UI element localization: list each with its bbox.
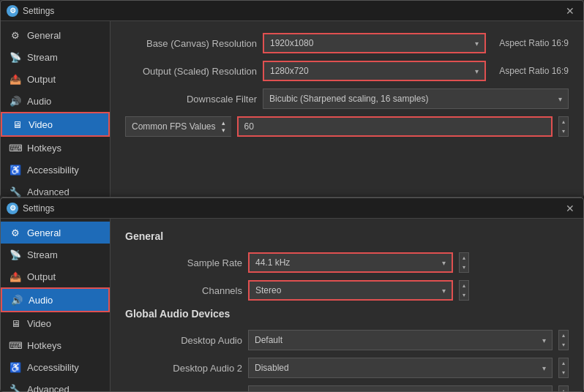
sample-rate-select[interactable]: 44.1 kHz ▾ — [248, 252, 453, 273]
base-resolution-label: Base (Canvas) Resolution — [125, 38, 257, 49]
desktop-audio2-row: Desktop Audio 2 Disabled ▾ ▴ ▾ — [125, 358, 569, 378]
fps-label: Common FPS Values — [132, 121, 216, 132]
gear-icon: ⚙ — [10, 29, 21, 41]
sample-rate-row: Sample Rate 44.1 kHz ▾ ▴ ▾ — [125, 252, 569, 273]
downscale-wrap: Bicubic (Sharpened scaling, 16 samples) … — [263, 88, 569, 109]
sidebar-label-general-2: General — [27, 227, 61, 238]
hotkeys-icon-1: ⌨ — [10, 142, 21, 154]
downscale-arrow: ▾ — [558, 95, 562, 103]
sidebar-item-output-1[interactable]: 📤 Output — [1, 68, 110, 90]
sidebar-item-hotkeys-2[interactable]: ⌨ Hotkeys — [1, 334, 110, 356]
output-resolution-arrow: ▾ — [475, 67, 479, 75]
fps-label-box[interactable]: Common FPS Values ▴▾ — [125, 116, 231, 137]
audio-icon-2: 🔊 — [11, 294, 23, 306]
downscale-select[interactable]: Bicubic (Sharpened scaling, 16 samples) … — [263, 88, 569, 109]
fps-row: Common FPS Values ▴▾ 60 ▴ ▾ — [125, 116, 569, 137]
gear-icon-2: ⚙ — [10, 227, 21, 238]
app-icon-1: ⚙ — [7, 5, 18, 17]
mic-spinners: ▴ ▾ — [558, 385, 569, 391]
fps-spinner-up: ▴▾ — [222, 119, 225, 134]
desktop-audio2-up[interactable]: ▴ — [559, 358, 568, 368]
base-resolution-wrap: 1920x1080 ▾ Aspect Ratio 16:9 — [263, 33, 569, 53]
title-bar-1: ⚙ Settings ✕ — [1, 1, 583, 21]
fps-spinners: ▴ ▾ — [558, 116, 569, 137]
title-bar-2: ⚙ Settings ✕ — [1, 198, 583, 219]
sidebar-item-general-1[interactable]: ⚙ General — [1, 24, 110, 46]
output-icon-1: 📤 — [10, 73, 21, 85]
sidebar-item-advanced-2[interactable]: 🔧 Advanced — [1, 378, 110, 392]
sidebar-item-video-2[interactable]: 🖥 Video — [1, 312, 110, 334]
channels-down[interactable]: ▾ — [460, 290, 468, 300]
fps-value-box[interactable]: 60 — [237, 116, 553, 137]
base-resolution-arrow: ▾ — [475, 39, 479, 48]
sample-rate-label: Sample Rate — [125, 257, 242, 268]
desktop-audio2-arrow: ▾ — [542, 364, 546, 372]
output-resolution-row: Output (Scaled) Resolution 1280x720 ▾ As… — [125, 61, 569, 81]
sidebar-label-accessibility-2: Accessibility — [27, 362, 79, 373]
sidebar-label-stream-2: Stream — [27, 249, 58, 260]
sample-rate-down[interactable]: ▾ — [460, 263, 468, 272]
desktop-audio2-down[interactable]: ▾ — [559, 368, 568, 377]
sidebar-item-stream-2[interactable]: 📡 Stream — [1, 244, 110, 265]
desktop-audio-row: Desktop Audio Default ▾ ▴ ▾ — [125, 330, 569, 350]
hotkeys-icon-2: ⌨ — [10, 339, 21, 351]
fps-down-button[interactable]: ▾ — [559, 127, 568, 136]
base-resolution-select[interactable]: 1920x1080 ▾ — [263, 33, 486, 53]
desktop-audio-up[interactable]: ▴ — [559, 331, 568, 340]
desktop-audio2-spinners: ▴ ▾ — [558, 358, 569, 378]
channels-spinners: ▴ ▾ — [459, 280, 469, 301]
sidebar-item-accessibility-2[interactable]: ♿ Accessibility — [1, 356, 110, 378]
sidebar-label-stream-1: Stream — [27, 52, 58, 63]
stream-icon-2: 📡 — [10, 249, 21, 260]
downscale-row: Downscale Filter Bicubic (Sharpened scal… — [125, 88, 569, 109]
sidebar-2: ⚙ General 📡 Stream 📤 Output 🔊 Audio 🖥 Vi… — [1, 219, 111, 391]
desktop-audio-down[interactable]: ▾ — [559, 340, 568, 350]
sidebar-label-audio-1: Audio — [27, 96, 51, 107]
mic-label: Mic/Auxiliary Audio — [125, 391, 242, 392]
close-button-1[interactable]: ✕ — [563, 5, 577, 17]
audio-main-content: General Sample Rate 44.1 kHz ▾ ▴ ▾ Chann… — [111, 219, 583, 391]
base-resolution-row: Base (Canvas) Resolution 1920x1080 ▾ Asp… — [125, 33, 569, 53]
section-global-title: Global Audio Devices — [125, 308, 569, 320]
mic-value: Default — [255, 391, 282, 391]
accessibility-icon-1: ♿ — [10, 164, 21, 176]
output-resolution-label: Output (Scaled) Resolution — [125, 66, 257, 77]
mic-row: Mic/Auxiliary Audio Default ▾ ▴ ▾ — [125, 385, 569, 391]
accessibility-icon-2: ♿ — [10, 361, 21, 373]
output-resolution-value: 1280x720 — [270, 66, 309, 76]
desktop-audio2-value: Disabled — [255, 363, 289, 373]
sidebar-item-hotkeys-1[interactable]: ⌨ Hotkeys — [1, 137, 110, 159]
sidebar-label-advanced-1: Advanced — [27, 186, 70, 197]
sidebar-item-output-2[interactable]: 📤 Output — [1, 265, 110, 287]
sidebar-label-general-1: General — [27, 30, 61, 41]
desktop-audio-arrow: ▾ — [542, 336, 546, 344]
sample-rate-up[interactable]: ▴ — [460, 253, 468, 263]
channels-select[interactable]: Stereo ▾ — [248, 280, 453, 301]
downscale-value: Bicubic (Sharpened scaling, 16 samples) — [269, 94, 428, 104]
sidebar-item-video-1[interactable]: 🖥 Video — [1, 112, 110, 137]
mic-up[interactable]: ▴ — [559, 386, 568, 391]
close-button-2[interactable]: ✕ — [563, 203, 577, 214]
mic-select[interactable]: Default ▾ — [248, 385, 553, 391]
sidebar-item-general-2[interactable]: ⚙ General — [1, 222, 110, 244]
advanced-icon-2: 🔧 — [10, 383, 21, 392]
channels-arrow: ▾ — [442, 287, 446, 295]
sidebar-item-stream-1[interactable]: 📡 Stream — [1, 46, 110, 68]
channels-up[interactable]: ▴ — [460, 281, 468, 290]
channels-label: Channels — [125, 285, 242, 296]
output-resolution-select[interactable]: 1280x720 ▾ — [263, 61, 486, 81]
desktop-audio2-select[interactable]: Disabled ▾ — [248, 358, 553, 378]
audio-icon-1: 🔊 — [10, 95, 21, 107]
sidebar-label-accessibility-1: Accessibility — [27, 165, 79, 176]
sidebar-item-audio-2[interactable]: 🔊 Audio — [1, 287, 110, 312]
fps-up-button[interactable]: ▴ — [559, 117, 568, 127]
desktop-audio-select[interactable]: Default ▾ — [248, 330, 553, 350]
output-icon-2: 📤 — [10, 271, 21, 282]
video-settings-window: ⚙ Settings ✕ ⚙ General 📡 Stream 📤 Output… — [0, 0, 584, 197]
sidebar-label-audio-2: Audio — [29, 295, 53, 306]
base-aspect-label: Aspect Ratio 16:9 — [492, 38, 569, 48]
sidebar-item-accessibility-1[interactable]: ♿ Accessibility — [1, 159, 110, 181]
sidebar-item-audio-1[interactable]: 🔊 Audio — [1, 90, 110, 112]
sample-rate-value: 44.1 kHz — [255, 257, 290, 268]
advanced-icon-1: 🔧 — [10, 186, 21, 197]
